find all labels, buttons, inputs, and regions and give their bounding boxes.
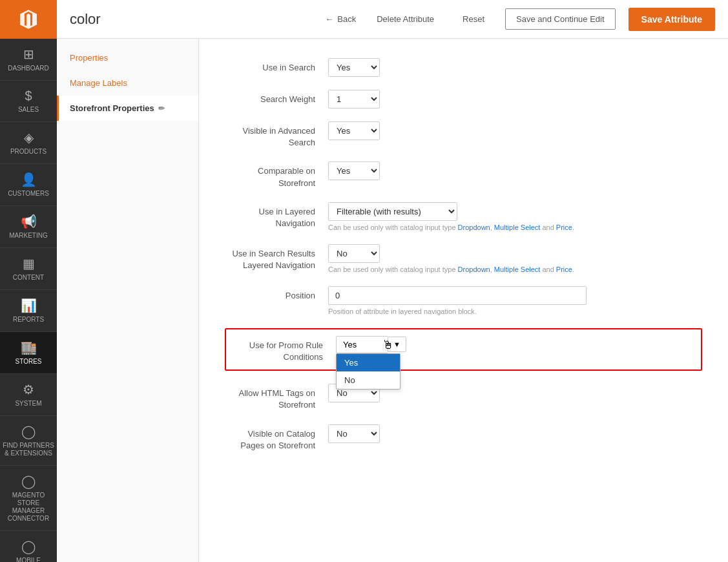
- comparable-storefront-row: Comparable on Storefront Yes No: [225, 161, 702, 189]
- visible-catalog-pages-control: Yes No: [328, 424, 651, 443]
- left-nav: Properties Manage Labels Storefront Prop…: [57, 39, 199, 562]
- position-input[interactable]: [328, 286, 587, 305]
- sidebar-item-label: CUSTOMERS: [8, 190, 49, 198]
- sidebar-item-system[interactable]: ⚙ SYSTEM: [0, 374, 57, 416]
- visible-advanced-search-label: Visible in Advanced Search: [225, 121, 328, 149]
- allow-html-tags-row: Allow HTML Tags on Storefront Yes No: [225, 384, 702, 411]
- dashboard-icon: ⊞: [23, 47, 34, 62]
- promo-rule-row: Use for Promo Rule Conditions Yes ▼ 🖱 Ye…: [225, 328, 702, 371]
- sidebar-logo: [0, 0, 57, 39]
- allow-html-tags-label: Allow HTML Tags on Storefront: [225, 384, 328, 411]
- magento-logo-icon: [16, 6, 41, 32]
- main-content: color ← Back Delete Attribute Reset Save…: [57, 0, 728, 562]
- promo-rule-select-wrapper: Yes ▼ 🖱: [336, 336, 694, 353]
- visible-advanced-search-row: Visible in Advanced Search Yes No: [225, 121, 702, 149]
- sidebar-item-label: STORES: [16, 358, 42, 366]
- sidebar-item-partners[interactable]: ◯ FIND PARTNERS & EXTENSIONS: [0, 416, 57, 466]
- promo-rule-label: Use for Promo Rule Conditions: [233, 336, 336, 363]
- mobile-icon: ◯: [21, 539, 36, 554]
- sidebar-item-label: FIND PARTNERS & EXTENSIONS: [3, 442, 54, 457]
- topbar: color ← Back Delete Attribute Reset Save…: [57, 0, 728, 39]
- use-in-search-select[interactable]: Yes No: [328, 58, 380, 77]
- layered-nav-row: Use in Layered Navigation No Filterable …: [225, 202, 702, 231]
- visible-advanced-search-control: Yes No: [328, 121, 651, 140]
- sidebar: ⊞ DASHBOARD $ SALES ◈ PRODUCTS 👤 CUSTOME…: [0, 0, 57, 562]
- partners-icon: ◯: [21, 424, 36, 439]
- sidebar-item-label: CONTENT: [13, 274, 44, 282]
- sidebar-item-label: MARKETING: [9, 232, 47, 240]
- visible-catalog-pages-select[interactable]: Yes No: [328, 424, 380, 443]
- search-results-layered-label: Use in Search Results Layered Navigation: [225, 244, 328, 271]
- search-results-layered-select[interactable]: Yes No: [328, 244, 380, 263]
- use-in-search-control: Yes No: [328, 58, 651, 77]
- marketing-icon: 📢: [21, 214, 37, 229]
- save-attribute-button[interactable]: Save Attribute: [629, 8, 715, 31]
- comparable-storefront-control: Yes No: [328, 161, 651, 180]
- form-area: Use in Search Yes No Search Weight 12345: [199, 39, 728, 562]
- search-weight-label: Search Weight: [225, 90, 328, 105]
- search-results-layered-hint: Can be used only with catalog input type…: [328, 265, 651, 273]
- sales-icon: $: [25, 88, 32, 103]
- products-icon: ◈: [24, 130, 34, 145]
- position-hint: Position of attribute in layered navigat…: [328, 307, 651, 315]
- system-icon: ⚙: [23, 382, 34, 397]
- delete-attribute-button[interactable]: Delete Attribute: [369, 9, 442, 29]
- layered-nav-select[interactable]: No Filterable (with results) Filterable …: [328, 202, 457, 221]
- comparable-storefront-select[interactable]: Yes No: [328, 161, 380, 180]
- layered-nav-hint: Can be used only with catalog input type…: [328, 224, 651, 231]
- sidebar-item-sales[interactable]: $ SALES: [0, 81, 57, 122]
- back-button[interactable]: ← Back: [325, 14, 356, 24]
- sidebar-item-label: MOBILE ASSISTANT: [3, 557, 54, 562]
- sidebar-item-label: REPORTS: [13, 316, 44, 324]
- sidebar-item-label: DASHBOARD: [8, 65, 48, 72]
- nav-storefront-properties[interactable]: Storefront Properties ✏: [57, 96, 198, 121]
- stores-icon: 🏬: [21, 340, 37, 355]
- nav-properties[interactable]: Properties: [57, 45, 198, 70]
- position-control: Position of attribute in layered navigat…: [328, 286, 651, 315]
- promo-rule-display: Yes: [336, 336, 388, 353]
- sidebar-item-label: MAGENTO STORE MANAGER CONNECTOR: [3, 492, 54, 523]
- back-label: Back: [337, 14, 356, 24]
- visible-catalog-pages-label: Visible on Catalog Pages on Storefront: [225, 424, 328, 452]
- sidebar-item-marketing[interactable]: 📢 MARKETING: [0, 206, 57, 248]
- promo-rule-control: Yes ▼ 🖱 Yes No: [336, 336, 694, 353]
- search-weight-row: Search Weight 12345: [225, 90, 702, 109]
- layered-nav-control: No Filterable (with results) Filterable …: [328, 202, 651, 231]
- promo-rule-option-no[interactable]: No: [337, 371, 400, 389]
- comparable-storefront-label: Comparable on Storefront: [225, 161, 328, 189]
- search-weight-select[interactable]: 12345: [328, 90, 380, 109]
- visible-advanced-search-select[interactable]: Yes No: [328, 121, 380, 140]
- sidebar-item-mobile[interactable]: ◯ MOBILE ASSISTANT: [0, 531, 57, 562]
- edit-icon: ✏: [158, 104, 165, 113]
- reset-button[interactable]: Reset: [455, 9, 492, 29]
- use-in-search-label: Use in Search: [225, 58, 328, 74]
- sidebar-item-dashboard[interactable]: ⊞ DASHBOARD: [0, 39, 57, 81]
- content-area: Properties Manage Labels Storefront Prop…: [57, 39, 728, 562]
- sidebar-item-products[interactable]: ◈ PRODUCTS: [0, 122, 57, 164]
- search-results-layered-row: Use in Search Results Layered Navigation…: [225, 244, 702, 273]
- search-results-layered-control: Yes No Can be used only with catalog inp…: [328, 244, 651, 273]
- customers-icon: 👤: [21, 172, 37, 187]
- search-weight-control: 12345: [328, 90, 651, 109]
- back-arrow-icon: ←: [325, 14, 333, 24]
- sidebar-item-label: PRODUCTS: [10, 148, 47, 156]
- visible-catalog-pages-row: Visible on Catalog Pages on Storefront Y…: [225, 424, 702, 452]
- reports-icon: 📊: [21, 298, 37, 313]
- sidebar-item-content[interactable]: ▦ CONTENT: [0, 248, 57, 290]
- position-row: Position Position of attribute in layere…: [225, 286, 702, 315]
- sidebar-item-reports[interactable]: 📊 REPORTS: [0, 290, 57, 332]
- layered-nav-label: Use in Layered Navigation: [225, 202, 328, 229]
- sidebar-item-label: SALES: [18, 106, 39, 114]
- magento-store-icon: ◯: [21, 474, 36, 489]
- sidebar-item-label: SYSTEM: [15, 400, 41, 408]
- sidebar-item-stores[interactable]: 🏬 STORES: [0, 332, 57, 374]
- sidebar-item-magento-store[interactable]: ◯ MAGENTO STORE MANAGER CONNECTOR: [0, 466, 57, 531]
- promo-rule-option-yes[interactable]: Yes: [337, 354, 400, 371]
- page-title: color: [70, 11, 101, 28]
- position-label: Position: [225, 286, 328, 302]
- content-icon: ▦: [23, 256, 35, 271]
- promo-rule-dropdown: Yes No: [336, 353, 400, 390]
- sidebar-item-customers[interactable]: 👤 CUSTOMERS: [0, 164, 57, 206]
- nav-manage-labels[interactable]: Manage Labels: [57, 70, 198, 96]
- save-continue-button[interactable]: Save and Continue Edit: [505, 8, 616, 30]
